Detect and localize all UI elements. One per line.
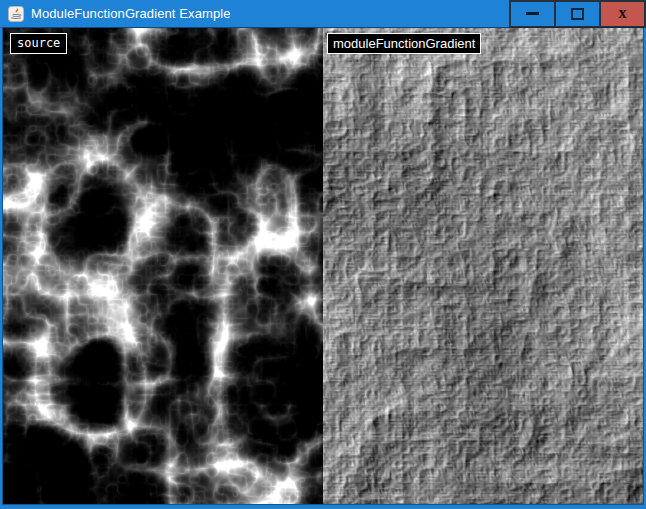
close-button[interactable]: x: [599, 0, 646, 28]
java-coffee-cup-icon[interactable]: [8, 6, 24, 22]
minimize-icon: [526, 12, 539, 15]
source-image-label: source: [10, 33, 67, 54]
content-area: source moduleFunctionGradient: [3, 28, 643, 504]
source-texture-image: [3, 28, 323, 504]
window-title: ModuleFunctionGradient Example: [31, 6, 509, 21]
source-pane: source: [3, 28, 323, 504]
titlebar[interactable]: ModuleFunctionGradient Example x: [0, 0, 646, 28]
app-window: ModuleFunctionGradient Example x source …: [0, 0, 646, 509]
maximize-icon: [571, 8, 584, 20]
maximize-button[interactable]: [554, 0, 601, 28]
gradient-image-label: moduleFunctionGradient: [327, 33, 481, 54]
gradient-pane: moduleFunctionGradient: [323, 28, 643, 504]
minimize-button[interactable]: [509, 0, 556, 28]
close-icon: x: [619, 5, 627, 21]
window-controls: x: [509, 0, 646, 28]
gradient-texture-image: [323, 28, 643, 504]
